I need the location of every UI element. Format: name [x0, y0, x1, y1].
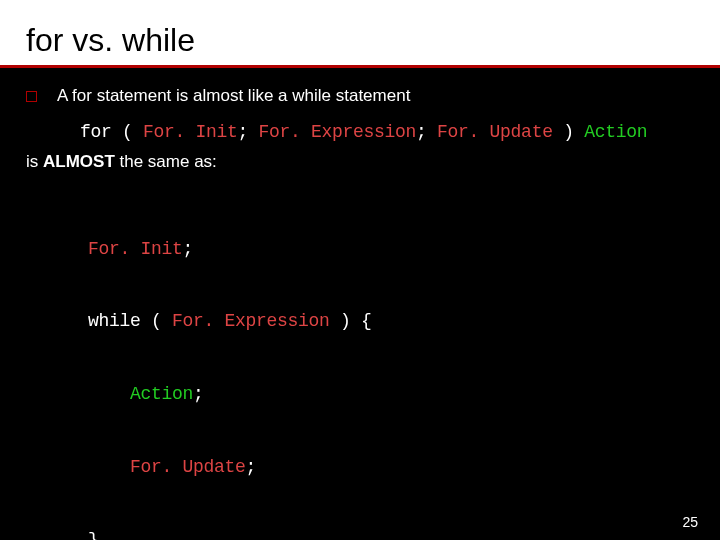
bullet-1-text: A for statement is almost like a while s…	[57, 86, 410, 106]
bullet-square-icon	[26, 91, 37, 102]
title-underline	[0, 65, 720, 68]
bullet-1: A for statement is almost like a while s…	[26, 86, 694, 106]
almost-line: is ALMOST the same as:	[26, 152, 694, 172]
slide-title: for vs. while	[0, 0, 720, 65]
slide-content: A for statement is almost like a while s…	[0, 86, 720, 540]
for-syntax-line: for ( For. Init; For. Expression; For. U…	[80, 122, 694, 142]
page-number: 25	[682, 514, 698, 530]
while-equivalent-block: For. Init; while ( For. Expression ) { A…	[88, 188, 694, 540]
